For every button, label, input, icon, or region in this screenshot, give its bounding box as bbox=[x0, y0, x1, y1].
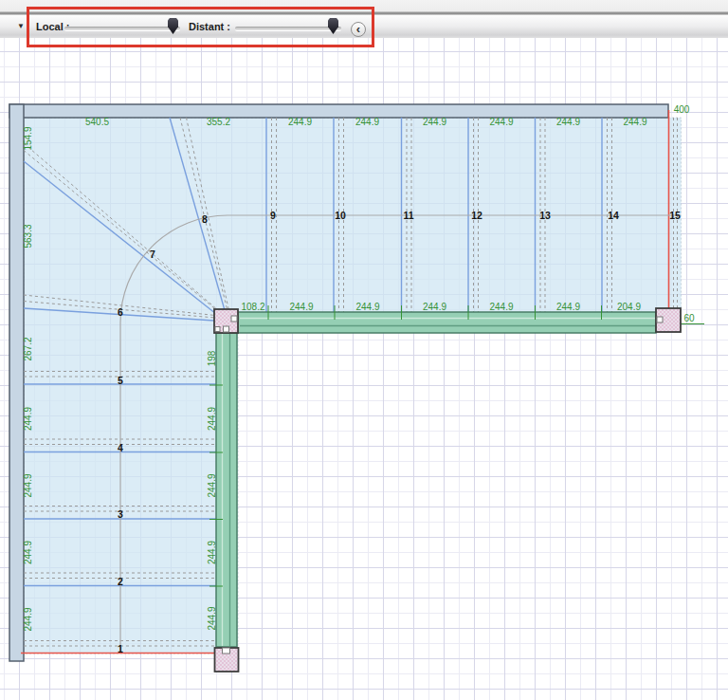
vertical-beam[interactable] bbox=[216, 333, 237, 647]
dimension-label[interactable]: 244.9 bbox=[423, 302, 446, 312]
dimension-label[interactable]: 244.9 bbox=[23, 473, 33, 497]
stringer-beams[interactable] bbox=[216, 312, 656, 647]
dimension-label[interactable]: 244.9 bbox=[556, 302, 580, 312]
post-handles bbox=[215, 316, 663, 654]
dimension-label[interactable]: 244.9 bbox=[207, 407, 217, 431]
step-number: 15 bbox=[669, 210, 681, 221]
dimension-label[interactable]: 244.9 bbox=[423, 117, 446, 127]
dimension-label[interactable]: 244.9 bbox=[355, 117, 379, 127]
collapse-button[interactable]: ‹ bbox=[351, 22, 366, 37]
local-slider-handle[interactable] bbox=[168, 18, 178, 34]
dimension-label[interactable]: 244.9 bbox=[23, 407, 33, 431]
dimension-label[interactable]: 244.9 bbox=[623, 117, 646, 127]
left-wall[interactable] bbox=[9, 104, 24, 661]
step-number: 13 bbox=[539, 210, 551, 221]
dimension-label[interactable]: 108.2 bbox=[241, 302, 264, 312]
distant-slider-handle[interactable] bbox=[328, 18, 338, 34]
step-number: 2 bbox=[118, 576, 123, 587]
dimension-ticks bbox=[209, 305, 704, 586]
distant-slider-track[interactable] bbox=[235, 27, 341, 31]
dimension-label[interactable]: 244.9 bbox=[207, 473, 217, 497]
dimension-label[interactable]: 540.5 bbox=[85, 117, 109, 127]
stair-plan: 540.5 355.2 244.9 244.9 244.9 244.9 244.… bbox=[0, 0, 728, 700]
step-number: 12 bbox=[471, 210, 482, 221]
dimension-label[interactable]: 244.9 bbox=[288, 117, 312, 127]
dimension-label[interactable]: 400 bbox=[674, 104, 690, 115]
step-number: 1 bbox=[118, 643, 123, 654]
dimension-label[interactable]: 244.9 bbox=[289, 302, 313, 312]
dimension-label[interactable]: 267.2 bbox=[23, 337, 33, 360]
dimension-label[interactable]: 563.3 bbox=[23, 224, 33, 248]
dimension-label[interactable]: 244.9 bbox=[23, 607, 33, 631]
dimension-label[interactable]: 244.9 bbox=[489, 117, 513, 127]
dimension-label[interactable]: 204.9 bbox=[617, 302, 641, 312]
dimension-label[interactable]: 198 bbox=[207, 350, 217, 366]
step-number: 10 bbox=[335, 210, 346, 221]
dimension-label[interactable]: 244.9 bbox=[207, 606, 217, 630]
chevron-left-icon: ‹ bbox=[356, 22, 360, 36]
step-number: 4 bbox=[118, 442, 123, 453]
horizontal-beam[interactable] bbox=[238, 312, 656, 333]
local-slider-track[interactable] bbox=[64, 27, 180, 31]
step-number: 8 bbox=[202, 213, 208, 225]
step-number: 7 bbox=[150, 249, 155, 260]
step-number: 9 bbox=[270, 210, 276, 221]
dimension-label[interactable]: 154.9 bbox=[23, 126, 33, 150]
distant-label: Distant : bbox=[189, 21, 230, 32]
toolbar-overflow-icon[interactable]: ▼ bbox=[17, 22, 25, 31]
dimension-label[interactable]: 244.9 bbox=[23, 541, 33, 564]
step-number: 14 bbox=[608, 210, 619, 221]
dimension-label[interactable]: 355.2 bbox=[207, 117, 230, 127]
step-number: 11 bbox=[403, 210, 413, 221]
newel-posts[interactable] bbox=[214, 308, 681, 672]
dimension-label[interactable]: 244.9 bbox=[355, 302, 379, 312]
app-window: 540.5 355.2 244.9 244.9 244.9 244.9 244.… bbox=[0, 0, 728, 700]
step-number: 5 bbox=[118, 375, 123, 386]
toolbar: ▼ Local : Distant : ‹ bbox=[0, 0, 728, 38]
step-number: 3 bbox=[118, 508, 123, 520]
dimension-label[interactable]: 244.9 bbox=[207, 541, 217, 564]
dimension-label[interactable]: 244.9 bbox=[489, 302, 513, 312]
dimension-label[interactable]: 244.9 bbox=[556, 117, 580, 127]
step-number: 6 bbox=[118, 306, 123, 318]
dimension-label[interactable]: 60 bbox=[683, 313, 695, 323]
